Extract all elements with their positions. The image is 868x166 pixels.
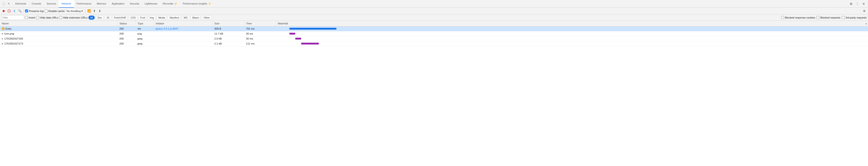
stop-recording-icon[interactable]: ⏹ xyxy=(1,9,6,13)
tab-network[interactable]: Network xyxy=(59,0,74,8)
toolbar-settings-icon[interactable]: ⚙ xyxy=(862,9,867,13)
cell-waterfall xyxy=(276,26,868,31)
filter-type-css[interactable]: CSS xyxy=(129,15,137,20)
toolbar-settings: ⚙ xyxy=(862,9,867,13)
cell-name: ▶ 1701952327173 xyxy=(0,41,118,46)
blocked-cookies-checkbox[interactable]: Blocked response cookies xyxy=(781,16,815,19)
cell-time: 30 ms xyxy=(244,36,276,41)
filter-type-all[interactable]: All xyxy=(88,15,95,20)
table-row[interactable]: ▶ icon.png 200 png 11.7 kB 30 ms xyxy=(0,31,868,36)
blocked-requests-checkbox[interactable]: Blocked requests xyxy=(816,16,840,19)
network-table-wrapper: Name Status Type Initiator Size Time xyxy=(0,21,868,46)
header-status[interactable]: Status xyxy=(118,21,136,26)
tab-performance[interactable]: Performance xyxy=(74,0,94,8)
chevron-down-icon: ▾ xyxy=(82,9,83,13)
network-table: Name Status Type Initiator Size Time xyxy=(0,21,868,46)
table-row[interactable]: ▶ 1701952327173 200 jpeg 2.1 kB 111 ms xyxy=(0,41,868,46)
preserve-log-checkbox[interactable]: Preserve log xyxy=(25,9,44,12)
upload-icon[interactable]: ⬆ xyxy=(92,9,97,13)
filter-type-doc[interactable]: Doc xyxy=(96,15,104,20)
tab-security[interactable]: Security xyxy=(127,0,142,8)
cell-initiator xyxy=(154,41,213,46)
waterfall-bar xyxy=(289,33,295,35)
third-party-requests-checkbox[interactable]: 3rd-party requests xyxy=(842,16,867,19)
clear-icon[interactable]: 🚫 xyxy=(7,9,11,13)
header-name[interactable]: Name xyxy=(0,21,118,26)
cell-status: 200 xyxy=(118,26,136,31)
filter-type-img[interactable]: Img xyxy=(148,15,156,20)
tab-application[interactable]: Application xyxy=(109,0,127,8)
inspect-icon[interactable]: ⬚ xyxy=(2,2,6,6)
cell-type: png xyxy=(136,31,154,36)
cell-name: ▶ 1701952027165 xyxy=(0,36,118,41)
wifi-icon[interactable]: 📶 xyxy=(87,9,91,13)
filter-type-other[interactable]: Other xyxy=(202,15,212,20)
tab-lighthouse[interactable]: Lighthouse xyxy=(142,0,160,8)
filter-type-font[interactable]: Font xyxy=(138,15,147,20)
tab-elements[interactable]: Elements xyxy=(13,0,29,8)
filter-input[interactable] xyxy=(1,15,24,20)
cell-size: 11.7 kB xyxy=(213,31,244,36)
close-icon[interactable]: ✕ xyxy=(861,1,866,6)
cursor-icon[interactable]: ↖ xyxy=(7,2,11,6)
filter-type-js[interactable]: JS xyxy=(105,15,111,20)
cell-time: 30 ms xyxy=(244,31,276,36)
table-row[interactable]: E Entry 200 xhr jquery-3.4.1.js:9837 309… xyxy=(0,26,868,31)
header-initiator[interactable]: Initiator xyxy=(154,21,213,26)
toolbar-separator-2 xyxy=(85,9,86,13)
search-icon[interactable]: 🔍 xyxy=(18,9,22,13)
waterfall-bar xyxy=(289,28,336,30)
toolbar: ⏹ 🚫 ⊻ 🔍 Preserve log Disable cache No th… xyxy=(0,8,868,14)
tab-bar: ⬚ ↖ Elements Console Sources Network Per… xyxy=(0,0,868,8)
header-size[interactable]: Size xyxy=(213,21,244,26)
header-type[interactable]: Type xyxy=(136,21,154,26)
filter-type-ws[interactable]: WS xyxy=(182,15,189,20)
cell-time: 111 ms xyxy=(244,41,276,46)
entry-icon: E xyxy=(2,27,4,30)
cell-status: 200 xyxy=(118,31,136,36)
cell-initiator xyxy=(154,36,213,41)
filter-bar: Invert Hide data URLs Hide extension URL… xyxy=(0,14,868,21)
more-options-icon[interactable]: ⋮ xyxy=(855,1,860,6)
filter-icon[interactable]: ⊻ xyxy=(12,9,17,13)
initiator-link[interactable]: jquery-3.4.1.js:9837 xyxy=(156,27,178,30)
tab-performance-insights[interactable]: Performance insights ⚡ xyxy=(180,0,214,8)
cell-status: 200 xyxy=(118,41,136,46)
filter-type-media[interactable]: Media xyxy=(156,15,167,20)
hide-data-urls-checkbox[interactable]: Hide data URLs xyxy=(36,16,58,19)
cell-waterfall xyxy=(276,31,868,36)
cell-type: xhr xyxy=(136,26,154,31)
settings-icon[interactable]: ⚙ xyxy=(848,1,854,6)
header-time[interactable]: Time xyxy=(244,21,276,26)
tab-right-icons: ⚙ ⋮ ✕ xyxy=(848,1,868,6)
cell-name: E Entry xyxy=(0,26,118,31)
cell-type: jpeg xyxy=(136,41,154,46)
hide-extension-urls-checkbox[interactable]: Hide extension URLs xyxy=(59,16,88,19)
devtools-icons: ⬚ ↖ xyxy=(2,2,11,6)
invert-checkbox[interactable]: Invert xyxy=(25,16,35,19)
waterfall-bar xyxy=(295,38,301,39)
filter-type-wasm[interactable]: Wasm xyxy=(190,15,201,20)
cell-name: ▶ icon.png xyxy=(0,31,118,36)
tab-recorder[interactable]: Recorder ⚡ xyxy=(160,0,180,8)
tab-memory[interactable]: Memory xyxy=(94,0,109,8)
cell-waterfall xyxy=(276,36,868,41)
tab-sources[interactable]: Sources xyxy=(44,0,59,8)
arrow-icon: ▶ xyxy=(2,33,3,35)
disable-cache-checkbox[interactable]: Disable cache xyxy=(44,9,65,12)
cell-initiator xyxy=(154,31,213,36)
throttle-select[interactable]: No throttling ▾ xyxy=(66,9,84,13)
arrow-icon: ▶ xyxy=(2,42,3,45)
download-icon[interactable]: ⬇ xyxy=(98,9,102,13)
filter-type-manifest[interactable]: Manifest xyxy=(168,15,181,20)
header-waterfall[interactable]: Waterfall ▲ xyxy=(276,21,868,26)
cell-waterfall xyxy=(276,41,868,46)
table-row[interactable]: ▶ 1701952027165 200 jpeg 2.0 kB 30 ms xyxy=(0,36,868,41)
cell-type: jpeg xyxy=(136,36,154,41)
filter-type-fetch-xhr[interactable]: Fetch/XHR xyxy=(112,15,128,20)
table-header-row: Name Status Type Initiator Size Time xyxy=(0,21,868,26)
cell-status: 200 xyxy=(118,36,136,41)
tab-console[interactable]: Console xyxy=(29,0,44,8)
cell-size: 2.1 kB xyxy=(213,41,244,46)
filter-right: Blocked response cookies Blocked request… xyxy=(781,16,867,19)
